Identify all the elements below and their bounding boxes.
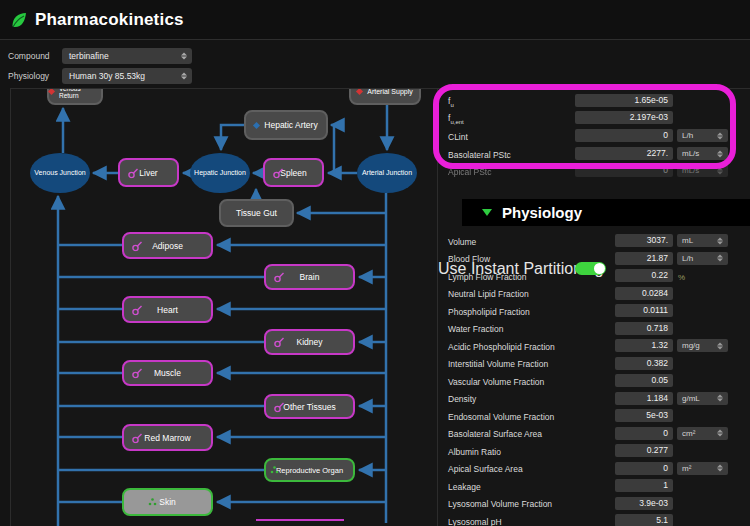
molecule-icon <box>274 272 285 283</box>
endosomal-volume-input[interactable]: 5e-03 <box>615 409 673 422</box>
molecule-icon <box>132 240 143 251</box>
clint-unit-select[interactable]: L/h <box>677 129 728 142</box>
node-muscle[interactable]: Muscle <box>122 360 213 386</box>
cluster-icon <box>270 466 279 475</box>
app-header: Pharmacokinetics <box>0 0 750 40</box>
water-fraction-input[interactable]: 0.718 <box>615 322 673 335</box>
physiology-section-header[interactable]: Physiology <box>462 199 750 226</box>
compound-row: Compound terbinafine <box>0 48 750 64</box>
basolateral-pstc-input[interactable]: 2277. <box>575 147 673 160</box>
basolateral-pstc-unit-select[interactable]: mL/s <box>677 147 728 160</box>
row-density: Density 1.184 g/mL <box>438 391 750 408</box>
pbpk-diagram-panel: Venous Return Arterial Supply Hepatic Ar… <box>10 88 437 526</box>
node-venous-return[interactable]: Venous Return <box>47 88 103 105</box>
node-hepatic-artery[interactable]: Hepatic Artery <box>244 110 328 140</box>
row-fu: fu 1.65e-05 <box>438 93 750 110</box>
node-adipose[interactable]: Adipose <box>122 232 213 259</box>
blood-flow-input[interactable]: 21.87 <box>615 252 673 265</box>
apical-pstc-unit-select[interactable]: mL/s <box>677 164 728 177</box>
chevron-updown-icon <box>717 255 723 262</box>
physiology-value: Human 30y 85.53kg <box>69 71 145 81</box>
chevron-updown-icon <box>717 237 723 244</box>
physiology-section-title: Physiology <box>502 204 582 221</box>
compound-select[interactable]: terbinafine <box>62 48 192 64</box>
albumin-ratio-input[interactable]: 0.277 <box>615 444 673 457</box>
row-neutral-lipid-fraction: Neutral Lipid Fraction 0.0284 <box>438 286 750 303</box>
acidic-phospholipid-input[interactable]: 1.32 <box>615 339 673 352</box>
lysosomal-ph-input[interactable]: 5.1 <box>615 514 673 526</box>
physiology-row: Physiology Human 30y 85.53kg <box>0 68 750 84</box>
node-other-tissues[interactable]: Other Tissues <box>264 394 355 419</box>
row-interstitial-volume: Interstitial Volume Fraction 0.382 <box>438 356 750 373</box>
row-fu-ent: fu,ent 2.197e-03 <box>438 110 750 127</box>
apical-pstc-input[interactable]: 0 <box>575 164 673 177</box>
row-volume: Volume 3037. mL <box>438 233 750 250</box>
row-blood-flow: Blood Flow 21.87 L/h <box>438 251 750 268</box>
row-acidic-phospholipid: Acidic Phospholipid Fraction 1.32 mg/g <box>438 338 750 355</box>
parameters-panel: fu 1.65e-05 fu,ent 2.197e-03 CLint 0 L/h… <box>437 88 750 526</box>
apical-area-unit-select[interactable]: m² <box>677 462 728 475</box>
node-red-marrow[interactable]: Red Marrow <box>122 424 213 451</box>
node-hepatic-junction[interactable]: Hepatic Junction <box>190 153 250 193</box>
neutral-lipid-input[interactable]: 0.0284 <box>615 287 673 300</box>
node-arterial-supply[interactable]: Arterial Supply <box>349 88 421 105</box>
clint-input[interactable]: 0 <box>575 129 673 142</box>
density-unit-select[interactable]: g/mL <box>677 392 728 405</box>
fu-input[interactable]: 1.65e-05 <box>575 94 673 107</box>
chevron-updown-icon <box>717 465 723 472</box>
row-phospholipid-fraction: Phospholipid Fraction 0.0111 <box>438 303 750 320</box>
node-kidney[interactable]: Kidney <box>264 329 355 355</box>
node-heart[interactable]: Heart <box>122 296 213 323</box>
molecule-icon <box>132 432 143 443</box>
molecule-icon <box>274 337 285 348</box>
row-endosomal-volume: Endosomal Volume Fraction 5e-03 <box>438 408 750 425</box>
node-tissue-gut[interactable]: Tissue Gut <box>219 199 294 227</box>
node-venous-junction[interactable]: Venous Junction <box>30 153 90 193</box>
interstitial-volume-input[interactable]: 0.382 <box>615 357 673 370</box>
volume-input[interactable]: 3037. <box>615 234 673 247</box>
row-basolateral-pstc: Basolateral PStc 2277. mL/s <box>438 146 750 163</box>
chevron-updown-icon <box>181 73 187 80</box>
physiology-select[interactable]: Human 30y 85.53kg <box>62 68 192 84</box>
row-basolateral-surface-area: Basolateral Surface Area 0 cm² <box>438 426 750 443</box>
apical-area-input[interactable]: 0 <box>615 462 673 475</box>
row-apical-surface-area: Apical Surface Area 0 m² <box>438 461 750 478</box>
percent-unit: % <box>678 272 685 281</box>
leakage-input[interactable]: 1 <box>615 479 673 492</box>
row-apical-pstc: Apical PStc 0 mL/s <box>438 163 750 180</box>
row-lysosomal-ph: Lysosomal pH 5.1 <box>438 513 750 526</box>
lysosomal-volume-input[interactable]: 3.9e-03 <box>615 497 673 510</box>
molecule-icon <box>132 368 143 379</box>
blood-flow-unit-select[interactable]: L/h <box>677 252 728 265</box>
chevron-updown-icon <box>717 430 723 437</box>
chevron-updown-icon <box>717 132 723 139</box>
collapse-triangle-icon <box>482 209 492 216</box>
node-liver[interactable]: Liver <box>118 158 179 187</box>
row-leakage: Leakage 1 <box>438 478 750 495</box>
chevron-updown-icon <box>717 342 723 349</box>
row-lymph-flow-fraction: Lymph Flow Fraction 0.22 % <box>438 268 750 285</box>
chevron-updown-icon <box>717 395 723 402</box>
compound-value: terbinafine <box>69 51 109 61</box>
node-arterial-junction[interactable]: Arterial Junction <box>357 153 417 193</box>
node-brain[interactable]: Brain <box>264 264 355 290</box>
node-reproductive-organ[interactable]: Reproductive Organ <box>264 458 355 482</box>
vascular-volume-input[interactable]: 0.05 <box>615 374 673 387</box>
phospholipid-input[interactable]: 0.0111 <box>615 304 673 317</box>
chevron-updown-icon <box>717 167 723 174</box>
acidic-phospholipid-unit-select[interactable]: mg/g <box>677 339 728 352</box>
vessel-icon <box>253 121 260 128</box>
molecule-icon <box>273 167 284 178</box>
node-skin[interactable]: Skin <box>122 488 213 516</box>
basolateral-area-unit-select[interactable]: cm² <box>677 427 728 440</box>
node-spleen[interactable]: Spleen <box>263 158 324 187</box>
fu-ent-input[interactable]: 2.197e-03 <box>575 111 673 124</box>
density-input[interactable]: 1.184 <box>615 392 673 405</box>
chevron-updown-icon <box>717 150 723 157</box>
molecule-icon <box>132 304 143 315</box>
molecule-icon <box>128 167 139 178</box>
basolateral-area-input[interactable]: 0 <box>615 427 673 440</box>
lymph-flow-input[interactable]: 0.22 <box>615 269 673 282</box>
volume-unit-select[interactable]: mL <box>677 234 728 247</box>
chevron-updown-icon <box>181 53 187 60</box>
